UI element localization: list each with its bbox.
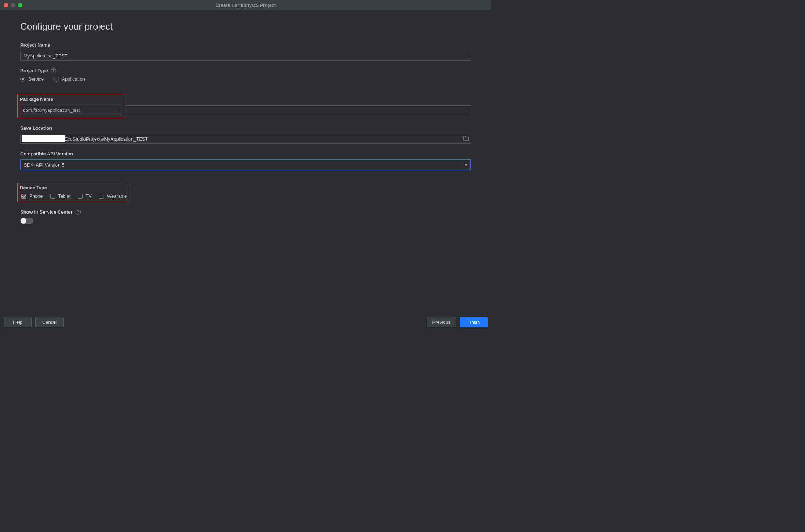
minimize-window-button[interactable] <box>11 3 15 7</box>
service-center-field: Show in Service Center ? <box>20 209 471 224</box>
checkbox-wearable-label: Wearable <box>107 193 127 199</box>
radio-dot-icon <box>20 77 25 82</box>
project-type-label-text: Project Type <box>20 68 48 73</box>
dialog-window: Create HarmonyOS Project Configure your … <box>0 0 491 332</box>
save-location-label: Save Location <box>20 125 471 131</box>
save-location-input[interactable] <box>20 134 471 144</box>
maximize-window-button[interactable] <box>18 3 22 7</box>
dialog-content: Configure your project Project Name Proj… <box>0 10 491 315</box>
radio-application-label: Application <box>62 76 85 82</box>
checkbox-tv[interactable]: TV <box>78 193 92 199</box>
cancel-button[interactable]: Cancel <box>35 317 64 327</box>
service-center-toggle[interactable] <box>20 218 33 224</box>
window-controls <box>4 3 22 7</box>
project-name-label: Project Name <box>20 42 471 48</box>
checkbox-icon <box>99 194 104 199</box>
package-name-highlight: Package Name <box>17 94 125 118</box>
project-name-input[interactable] <box>20 51 471 61</box>
help-icon[interactable]: ? <box>76 210 81 215</box>
window-title: Create HarmonyOS Project <box>0 3 491 8</box>
device-type-field: Device Type Phone Tablet TV <box>20 183 471 202</box>
checkbox-tablet[interactable]: Tablet <box>50 193 71 199</box>
footer-right: Previous Finish <box>427 317 488 327</box>
checkbox-icon <box>21 194 26 199</box>
device-type-options: Phone Tablet TV Wearable <box>20 193 127 199</box>
help-icon[interactable]: ? <box>51 68 56 73</box>
checkbox-icon <box>50 194 55 199</box>
checkbox-icon <box>78 194 83 199</box>
checkbox-phone-label: Phone <box>29 193 43 199</box>
api-version-label: Compatible API Version <box>20 151 471 156</box>
package-name-input-trail[interactable] <box>125 105 471 115</box>
device-type-label: Device Type <box>20 185 127 190</box>
radio-dot-icon <box>54 77 59 82</box>
save-location-input-wrap <box>20 134 471 144</box>
project-type-options: Service Application <box>20 76 471 82</box>
device-type-highlight: Device Type Phone Tablet TV <box>17 183 129 202</box>
radio-application[interactable]: Application <box>54 76 85 82</box>
footer-left: Help Cancel <box>4 317 64 327</box>
checkbox-wearable[interactable]: Wearable <box>99 193 127 199</box>
project-name-field: Project Name <box>20 42 471 61</box>
close-window-button[interactable] <box>4 3 8 7</box>
checkbox-tv-label: TV <box>86 193 92 199</box>
checkbox-tablet-label: Tablet <box>58 193 71 199</box>
api-version-dropdown[interactable]: SDK: API Version 5 <box>20 159 471 170</box>
package-name-label: Package Name <box>20 96 122 102</box>
api-version-field: Compatible API Version SDK: API Version … <box>20 151 471 170</box>
save-location-field: Save Location <box>20 125 471 144</box>
api-version-selected: SDK: API Version 5 <box>24 162 64 168</box>
dialog-footer: Help Cancel Previous Finish <box>0 315 491 332</box>
help-button[interactable]: Help <box>4 317 32 327</box>
folder-icon[interactable] <box>463 136 469 142</box>
service-center-label: Show in Service Center ? <box>20 209 471 215</box>
redaction-mask <box>22 135 65 142</box>
chevron-down-icon <box>465 164 468 166</box>
previous-button[interactable]: Previous <box>427 317 456 327</box>
finish-button[interactable]: Finish <box>460 317 488 327</box>
checkbox-phone[interactable]: Phone <box>21 193 43 199</box>
project-type-label: Project Type ? <box>20 68 471 73</box>
package-name-input[interactable] <box>20 105 121 115</box>
titlebar: Create HarmonyOS Project <box>0 0 491 10</box>
package-name-field: Package Name <box>20 94 471 118</box>
project-type-field: Project Type ? Service Application <box>20 68 471 82</box>
service-center-label-text: Show in Service Center <box>20 209 73 215</box>
radio-service-label: Service <box>28 76 44 82</box>
page-title: Configure your project <box>20 21 471 32</box>
radio-service[interactable]: Service <box>20 76 44 82</box>
